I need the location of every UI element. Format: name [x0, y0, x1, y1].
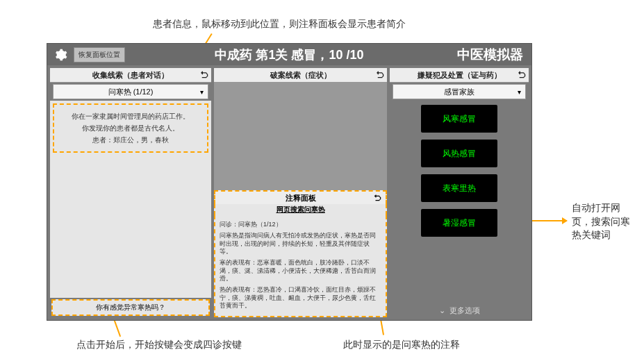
start-question-text: 你有感觉异常寒热吗？ — [96, 303, 165, 312]
app-window: 恢复面板位置 中成药 第1关 感冒，10 /10 中医模拟器 收集线索（患者对话… — [47, 43, 532, 321]
panel-suspects-header: 嫌疑犯及处置（证与药） ⮌ — [390, 68, 529, 83]
annotation-top: 患者信息，鼠标移动到此位置，则注释面板会显示患者简介 — [153, 18, 406, 31]
panel-dialog: 收集线索（患者对话） ⮌ 问寒热 (1/12) 你在一家隶属时间管理局的药店工作… — [50, 68, 211, 317]
annotation-search-text: 网页搜索问寒热 — [276, 205, 325, 215]
family-dropdown[interactable]: 感冒家族 — [393, 84, 526, 99]
more-options-button[interactable]: ⌄ 更多选项 — [390, 303, 529, 317]
title-center: 中成药 第1关 感冒，10 /10 — [215, 47, 363, 63]
start-question-bar[interactable]: 你有感觉异常寒热吗？ — [51, 299, 210, 316]
pill-list: 风寒感冒 风热感冒 表寒里热 暑湿感冒 — [390, 101, 529, 303]
annotation-panel-header: 注释面板 ⮌ — [214, 190, 387, 204]
title-right: 中医模拟器 — [457, 46, 523, 64]
panel-suspects-title: 嫌疑犯及处置（证与药） — [418, 70, 502, 81]
back-icon[interactable]: ⮌ — [376, 70, 384, 80]
annotation-bottom-mid: 此时显示的是问寒热的注释 — [343, 339, 460, 351]
symptoms-canvas — [214, 83, 387, 190]
back-icon[interactable]: ⮌ — [518, 70, 526, 80]
chevron-down-icon: ⌄ — [439, 306, 445, 315]
gear-icon[interactable] — [50, 44, 71, 65]
pill-biaohanlire[interactable]: 表寒里热 — [421, 174, 497, 202]
annotation-bottom-left: 点击开始后，开始按键会变成四诊按键 — [76, 339, 242, 351]
annotation-search-link[interactable]: 网页搜索问寒热 — [214, 204, 387, 215]
dialog-dropdown[interactable]: 问寒热 (1/12) — [53, 84, 208, 99]
dialog-line: 你在一家隶属时间管理局的药店工作。 — [57, 112, 204, 121]
annotation-panel-title: 注释面板 — [286, 193, 316, 203]
panel-symptoms-title: 破案线索（症状） — [270, 70, 331, 81]
patient-info-box[interactable]: 你在一家隶属时间管理局的药店工作。 你发现你的患者都是古代名人。 患者：郑庄公，… — [53, 103, 208, 153]
annotation-right: 自动打开网页，搜索问寒热关键词 — [572, 201, 634, 242]
dialog-dropdown-label: 问寒热 (1/12) — [108, 87, 154, 97]
pill-shushi[interactable]: 暑湿感冒 — [421, 209, 497, 237]
back-icon[interactable]: ⮌ — [374, 194, 381, 202]
panel-symptoms: 破案线索（症状） ⮌ 注释面板 ⮌ 网页搜索问寒热 问诊：问寒热（1/12） 问… — [214, 68, 387, 317]
panel-symptoms-header: 破案线索（症状） ⮌ — [214, 68, 387, 83]
panel-suspects: 嫌疑犯及处置（证与药） ⮌ 感冒家族 风寒感冒 风热感冒 表寒里热 暑湿感冒 ⌄… — [390, 68, 529, 317]
panel-dialog-title: 收集线索（患者对话） — [92, 70, 169, 81]
anno-para: 热的表现有：恶热喜冷，口渴喜冷饮，面红目赤，烦躁不宁，痰、涕黄稠，吐血、衄血，大… — [220, 286, 381, 310]
dialog-body: 你在一家隶属时间管理局的药店工作。 你发现你的患者都是古代名人。 患者：郑庄公，… — [50, 101, 211, 298]
titlebar: 恢复面板位置 中成药 第1关 感冒，10 /10 中医模拟器 — [47, 44, 531, 65]
panel-dialog-header: 收集线索（患者对话） ⮌ — [50, 68, 211, 83]
anno-para: 寒的表现有：恶寒喜暖，面色㿠白，肢冷踡卧，口淡不渴，痰、涎、涕清稀，小便清长，大… — [220, 259, 381, 283]
family-dropdown-label: 感冒家族 — [444, 87, 474, 97]
anno-question: 问诊：问寒热（1/12） — [220, 221, 381, 229]
pill-fenghan[interactable]: 风寒感冒 — [421, 105, 497, 133]
patient-line: 患者：郑庄公，男，春秋 — [57, 135, 204, 144]
back-icon[interactable]: ⮌ — [200, 70, 208, 80]
annotation-body: 问诊：问寒热（1/12） 问寒热是指询问病人有无怕冷或发热的症状，寒热是否同时出… — [214, 215, 387, 317]
restore-panel-button[interactable]: 恢复面板位置 — [74, 47, 125, 62]
more-options-label: 更多选项 — [449, 305, 480, 316]
anno-para: 问寒热是指询问病人有无怕冷或发热的症状，寒热是否同时出现，出现的时间，持续的长短… — [220, 232, 381, 256]
dialog-line: 你发现你的患者都是古代名人。 — [57, 124, 204, 133]
pill-fengre[interactable]: 风热感冒 — [421, 140, 497, 167]
panels-row: 收集线索（患者对话） ⮌ 问寒热 (1/12) 你在一家隶属时间管理局的药店工作… — [47, 65, 531, 320]
